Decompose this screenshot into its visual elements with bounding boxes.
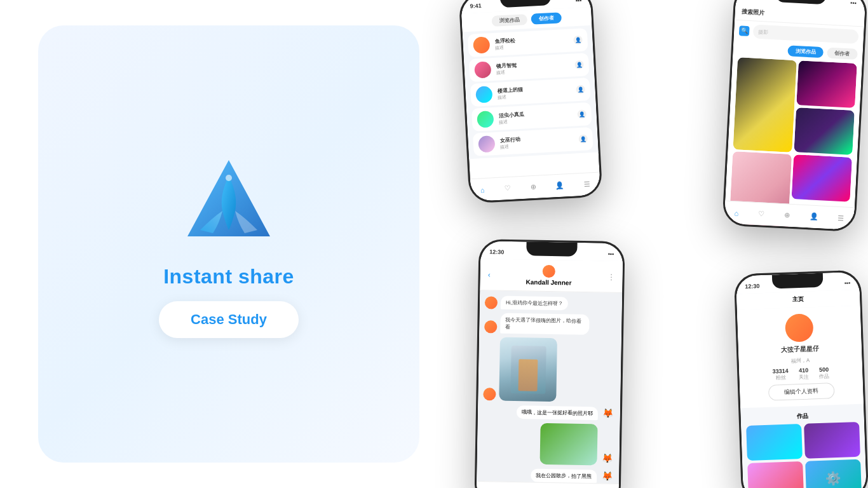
search-screen: 搜索照片 🔍 摄影 浏览作品 创作者 — [724, 4, 865, 230]
stat-follow-label: 关注 — [799, 374, 809, 381]
msg-avatar-1 — [485, 296, 498, 309]
search-tab-creator[interactable]: 创作者 — [827, 48, 858, 60]
follow-icon-5[interactable]: 👤 — [578, 134, 588, 144]
msg-bubble-right-2: 我在公园散步，拍了黑熊 — [531, 469, 597, 484]
msg-row-right: 🦊 — [482, 422, 615, 466]
bottom-nav-1: ⌂ ♡ ⊕ 👤 ☰ — [470, 172, 601, 201]
phone-chat-screen: 12:30 ▪▪▪ ‹ Kandall Jenner ⋮ Hi,滑鸡你今最 — [476, 241, 623, 488]
edit-profile-button[interactable]: 编辑个人资料 — [768, 383, 835, 401]
phone-following: 9:41 ▪▪▪ 浏览作品 创作者 鱼浮松松 描述 👤 — [459, 0, 603, 203]
nav-add-1[interactable]: ⊕ — [530, 183, 536, 191]
works-title: 作品 — [745, 410, 858, 423]
search-placeholder: 摄影 — [758, 28, 769, 36]
follow-icon-3[interactable]: 👤 — [576, 85, 585, 95]
msg-row: Hi,滑鸡你今最近怎样呀？ — [485, 295, 617, 311]
status-time-4: 12:30 — [745, 283, 759, 290]
phone-profile: 12:30 ▪▪▪ 主页 大弦子星星仔 福州，A 33314 粉丝 410 — [734, 270, 868, 488]
stat-fans-label: 粉丝 — [773, 374, 789, 382]
search-tab-browse[interactable]: 浏览作品 — [787, 45, 824, 58]
follow-info-1: 鱼浮松松 描述 — [494, 34, 569, 51]
follow-item: 鱼浮松松 描述 👤 — [468, 28, 588, 57]
msg-image-2 — [540, 423, 598, 466]
follow-avatar-5 — [478, 135, 495, 152]
follow-avatar-4 — [477, 111, 494, 128]
nav-msg-2[interactable]: ☰ — [837, 214, 844, 223]
phone-following-screen: 9:41 ▪▪▪ 浏览作品 创作者 鱼浮松松 描述 👤 — [461, 0, 601, 201]
phone-search-screen: 9:41 ▪▪▪ 搜索照片 🔍 摄影 浏览作品 创作者 — [724, 0, 865, 230]
msg-row-right: 🦊 哦哦，这是一张挺好看的照片耶 — [483, 404, 615, 421]
tab-browse[interactable]: 浏览作品 — [491, 14, 527, 27]
search-input[interactable]: 摄影 — [753, 24, 859, 44]
status-icons-3: ▪▪▪ — [608, 250, 614, 257]
follow-icon-4[interactable]: 👤 — [577, 109, 587, 119]
profile-screen: 主页 大弦子星星仔 福州，A 33314 粉丝 410 关注 — [736, 290, 867, 488]
status-time-2: 9:41 — [745, 0, 757, 1]
work-cell-3 — [747, 461, 804, 488]
stat-works: 500 作品 — [818, 366, 829, 380]
follow-list: 鱼浮松松 描述 👤 镜月智驾 描述 👤 — [463, 25, 599, 159]
follow-icon-1[interactable]: 👤 — [573, 36, 583, 45]
profile-location: 福州，A — [791, 357, 810, 365]
stat-follow-num: 410 — [798, 367, 808, 374]
stat-follow: 410 关注 — [798, 367, 809, 381]
chat-back-button[interactable]: ‹ — [488, 270, 491, 279]
msg-bubble-right-1: 哦哦，这是一张挺好看的照片耶 — [517, 405, 598, 420]
chat-messages: Hi,滑鸡你今最近怎样呀？ 我今天遇了张很嗨的图片，给你看看 — [477, 290, 622, 488]
search-icon: 🔍 — [739, 25, 750, 36]
msg-row: 我今天遇了张很嗨的图片，给你看看 — [484, 313, 617, 336]
stat-works-num: 500 — [818, 366, 829, 373]
msg-emoji-1: 🦊 — [601, 406, 615, 420]
msg-row — [483, 337, 616, 403]
photo-cell-3 — [794, 107, 855, 156]
stat-works-label: 作品 — [819, 372, 829, 380]
stat-fans-num: 33314 — [772, 368, 788, 375]
nav-home-1[interactable]: ⌂ — [480, 186, 485, 193]
profile-name: 大弦子星星仔 — [781, 344, 819, 355]
status-time-3: 12:30 — [489, 248, 504, 255]
phone-notch-3 — [526, 241, 577, 256]
follow-item: 活虫小真瓜 描述 👤 — [471, 102, 592, 132]
nav-search-1[interactable]: ♡ — [504, 184, 511, 193]
status-icons-4: ▪▪▪ — [844, 280, 851, 286]
status-icons-2: ▪▪▪ — [850, 0, 857, 6]
nav-search-2[interactable]: ♡ — [758, 210, 765, 219]
msg-avatar-2 — [484, 320, 497, 333]
follow-info-3: 楼道上的猫 描述 — [497, 83, 571, 100]
left-content: Instant share Case Study — [159, 151, 299, 338]
msg-emoji-2: 🦊 — [600, 451, 614, 465]
follow-info-2: 镜月智驾 描述 — [496, 58, 570, 76]
follow-avatar-3 — [475, 86, 492, 103]
phone-profile-screen: 12:30 ▪▪▪ 主页 大弦子星星仔 福州，A 33314 粉丝 410 — [736, 272, 867, 488]
phone-chat: 12:30 ▪▪▪ ‹ Kandall Jenner ⋮ Hi,滑鸡你今最 — [474, 239, 625, 488]
nav-add-2[interactable]: ⊕ — [784, 211, 790, 219]
app-logo — [178, 151, 280, 252]
chat-partner-avatar — [543, 265, 555, 278]
stat-fans: 33314 粉丝 — [772, 368, 789, 382]
nav-msg-1[interactable]: ☰ — [584, 180, 591, 189]
right-panel: 9:41 ▪▪▪ 浏览作品 创作者 鱼浮松松 描述 👤 — [458, 0, 868, 488]
nav-home-2[interactable]: ⌂ — [734, 209, 738, 217]
photo-cell-1 — [733, 57, 796, 152]
app-title: Instant share — [163, 265, 294, 288]
nav-profile-1[interactable]: 👤 — [555, 181, 565, 190]
chat-more-icon[interactable]: ⋮ — [607, 272, 615, 281]
follow-item: 楼道上的猫 描述 👤 — [470, 78, 591, 107]
work-cell-4: ⚙️ — [805, 459, 862, 488]
works-section: 作品 ⚙️ — [740, 407, 867, 488]
msg-image-1 — [499, 337, 557, 402]
follow-info-4: 活虫小真瓜 描述 — [498, 108, 573, 125]
chat-header: ‹ Kandall Jenner ⋮ — [480, 259, 623, 293]
nav-profile-2[interactable]: 👤 — [809, 212, 818, 221]
msg-emoji-3: 🦊 — [600, 469, 614, 483]
work-cell-2 — [804, 422, 860, 459]
case-study-button[interactable]: Case Study — [159, 301, 299, 338]
follow-info-5: 女巫行动 描述 — [499, 133, 574, 150]
follow-icon-2[interactable]: 👤 — [574, 60, 584, 70]
phone-search: 9:41 ▪▪▪ 搜索照片 🔍 摄影 浏览作品 创作者 — [722, 0, 868, 232]
tab-creator[interactable]: 创作者 — [531, 12, 562, 24]
profile-stats: 33314 粉丝 410 关注 500 作品 — [772, 366, 829, 381]
phone-notch-4 — [772, 273, 824, 289]
msg-bubble-1: Hi,滑鸡你今最近怎样呀？ — [501, 296, 568, 311]
photo-cell-2 — [796, 60, 857, 109]
profile-avatar — [785, 313, 814, 342]
